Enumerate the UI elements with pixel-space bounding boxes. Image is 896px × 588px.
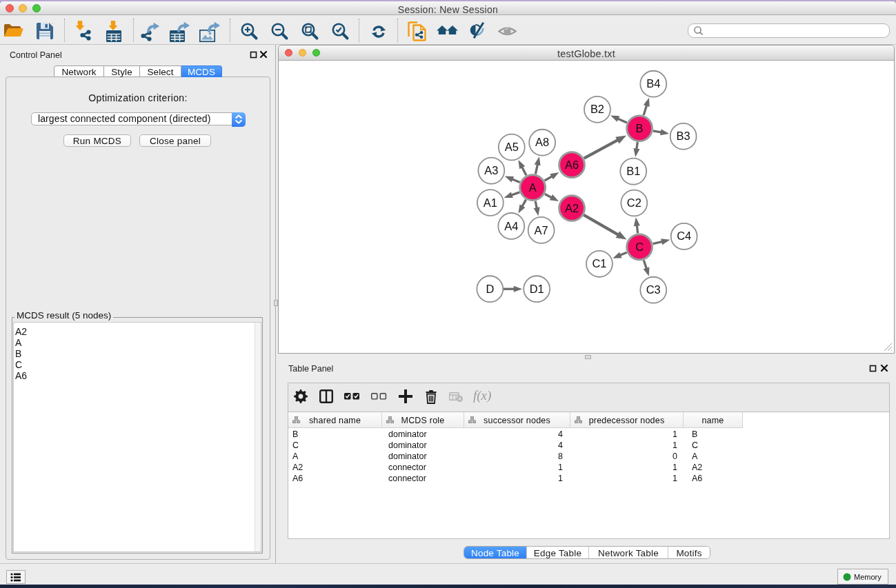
svg-text:B: B (636, 122, 644, 134)
svg-text:A5: A5 (505, 141, 519, 153)
svg-text:A1: A1 (484, 196, 497, 209)
svg-text:A8: A8 (535, 136, 549, 148)
svg-text:A6: A6 (565, 159, 579, 171)
svg-text:A: A (529, 181, 537, 194)
svg-text:D1: D1 (530, 283, 544, 295)
svg-text:C3: C3 (646, 283, 661, 296)
svg-text:C4: C4 (677, 230, 691, 242)
svg-text:D: D (486, 283, 494, 295)
svg-text:A3: A3 (484, 164, 498, 176)
svg-text:B2: B2 (590, 103, 604, 115)
svg-text:C: C (635, 241, 644, 253)
svg-text:B4: B4 (646, 77, 660, 90)
svg-text:B1: B1 (626, 165, 640, 177)
svg-text:A2: A2 (565, 202, 579, 214)
svg-text:C1: C1 (592, 257, 606, 270)
svg-text:f(x): f(x) (473, 389, 491, 403)
svg-text:B3: B3 (677, 130, 690, 142)
svg-text:A7: A7 (535, 224, 548, 236)
svg-text:A4: A4 (504, 220, 518, 232)
svg-text:C2: C2 (627, 196, 641, 209)
